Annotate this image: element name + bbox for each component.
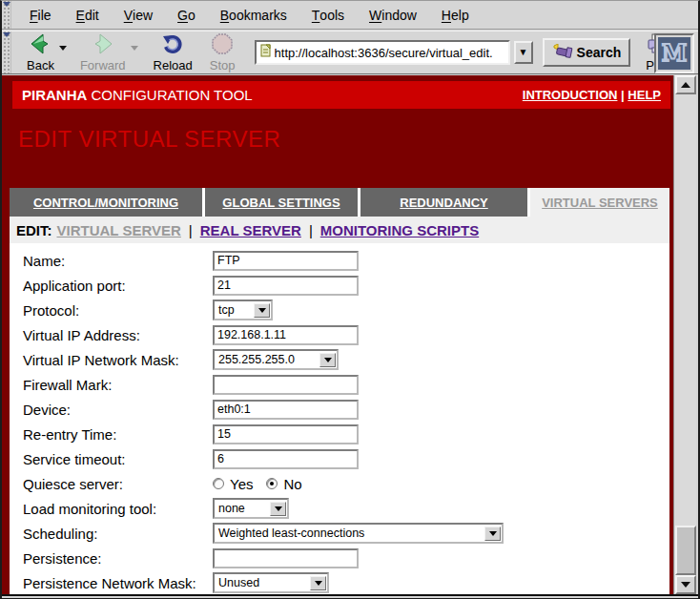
form-row-virtual-ip-network-mask: Virtual IP Network Mask:255.255.255.0: [23, 347, 669, 372]
form-row-firewall-mark: Firewall Mark:: [23, 372, 669, 397]
url-input[interactable]: [273, 43, 508, 62]
form-row-service-timeout: Service timeout:: [23, 446, 669, 471]
menu-edit[interactable]: Edit: [64, 1, 112, 29]
reload-button[interactable]: Reload: [150, 31, 196, 73]
form-row-quiesce-server: Quiesce server:YesNo: [23, 471, 669, 496]
field-label-protocol: Protocol:: [23, 302, 213, 319]
select-dropdown-icon[interactable]: [310, 576, 326, 590]
form-row-persistence-network-mask: Persistence Network Mask:Unused: [23, 570, 669, 594]
protocol-selected-value: tcp: [215, 303, 254, 317]
search-flashlight-icon: [552, 44, 573, 62]
tab-global-settings[interactable]: GLOBAL SETTINGS: [205, 188, 358, 217]
toolbar-grippy[interactable]: [2, 31, 11, 73]
search-button[interactable]: Search: [543, 38, 631, 67]
url-history-dropdown[interactable]: ▼: [514, 41, 533, 64]
forward-dropdown-arrow[interactable]: [131, 46, 138, 51]
menu-window[interactable]: Window: [357, 1, 429, 29]
menu-bar: FileEditViewGoBookmarksToolsWindowHelp: [2, 1, 698, 30]
menu-bookmarks[interactable]: Bookmarks: [208, 1, 299, 29]
form-row-application-port: Application port:: [23, 273, 669, 298]
name-input[interactable]: [213, 251, 359, 271]
tab-redundancy[interactable]: REDUNDANCY: [360, 188, 527, 217]
menu-bar-items: FileEditViewGoBookmarksToolsWindowHelp: [17, 1, 482, 29]
forward-button[interactable]: Forward: [76, 31, 130, 73]
select-dropdown-icon[interactable]: [254, 303, 270, 318]
site-brand: PIRANHA CONFIGURATION TOOL: [22, 87, 253, 103]
scroll-down-button[interactable]: [675, 575, 696, 594]
form-row-protocol: Protocol:tcp: [23, 298, 669, 322]
persistence-network-mask-select[interactable]: Unused: [213, 572, 329, 593]
scheduling-select[interactable]: Weighted least-connections: [213, 523, 504, 544]
navigation-toolbar: Back Forward Reload: [2, 31, 698, 74]
menu-go[interactable]: Go: [165, 1, 208, 29]
introduction-link[interactable]: INTRODUCTION: [523, 88, 618, 102]
menu-help[interactable]: Help: [429, 1, 482, 29]
form-row-device: Device:: [23, 397, 669, 422]
virtual-ip-network-mask-selected-value: 255.255.255.0: [215, 353, 319, 366]
subnav-current-virtual-server: VIRTUAL SERVER: [57, 222, 181, 238]
help-link[interactable]: HELP: [628, 88, 661, 102]
device-input[interactable]: [213, 400, 359, 420]
load-monitoring-tool-select[interactable]: none: [213, 498, 289, 519]
url-bar: [255, 40, 510, 65]
subnav-link-real-server[interactable]: REAL SERVER: [200, 222, 301, 238]
back-dropdown-arrow[interactable]: [59, 46, 67, 51]
scroll-down-icon: [681, 582, 690, 588]
tab-control-monitoring[interactable]: CONTROL/MONITORING: [10, 188, 202, 217]
browser-window: FileEditViewGoBookmarksToolsWindowHelp B…: [0, 0, 700, 599]
persistence-input[interactable]: [213, 548, 359, 568]
page-title: EDIT VIRTUAL SERVER: [18, 126, 280, 153]
application-port-input[interactable]: [213, 276, 359, 296]
scrollbar-thumb[interactable]: [675, 526, 696, 575]
protocol-select[interactable]: tcp: [213, 300, 273, 320]
virtual-ip-network-mask-select[interactable]: 255.255.255.0: [213, 349, 339, 370]
form-row-scheduling: Scheduling:Weighted least-connections: [23, 521, 669, 546]
form-row-virtual-ip-address: Virtual IP Address:: [23, 322, 669, 347]
content-card: CONTROL/MONITORINGGLOBAL SETTINGSREDUNDA…: [10, 188, 669, 594]
toolbar-grippy[interactable]: [2, 1, 11, 29]
re-entry-time-input[interactable]: [213, 424, 359, 444]
field-label-load-monitoring-tool: Load monitoring tool:: [23, 501, 213, 517]
field-label-service-timeout: Service timeout:: [23, 451, 213, 467]
tab-strip: CONTROL/MONITORINGGLOBAL SETTINGSREDUNDA…: [10, 188, 669, 217]
menu-view[interactable]: View: [112, 1, 165, 29]
back-icon: [29, 33, 51, 57]
field-label-persistence: Persistence:: [23, 550, 213, 567]
quiesce-server-radio-group: YesNo: [213, 476, 310, 492]
virtual-server-form: Name:Application port:Protocol:tcpVirtua…: [10, 243, 669, 594]
field-label-re-entry-time: Re-entry Time:: [23, 426, 213, 443]
edit-subnav: EDIT: VIRTUAL SERVER | REAL SERVER | MON…: [10, 217, 669, 243]
scheduling-selected-value: Weighted least-connections: [215, 527, 484, 540]
quiesce-server-radio-yes[interactable]: [213, 478, 224, 489]
reload-icon: [161, 33, 184, 57]
subnav-link-monitoring-scripts[interactable]: MONITORING SCRIPTS: [320, 222, 479, 238]
form-row-load-monitoring-tool: Load monitoring tool:none: [23, 496, 669, 521]
tab-virtual-servers[interactable]: VIRTUAL SERVERS: [530, 188, 669, 217]
field-label-application-port: Application port:: [23, 278, 213, 294]
firewall-mark-input[interactable]: [213, 375, 359, 395]
mozilla-logo-throbber[interactable]: M: [654, 33, 694, 73]
back-button[interactable]: Back: [23, 31, 58, 73]
load-monitoring-tool-selected-value: none: [215, 502, 270, 515]
mozilla-m-icon: M: [658, 37, 690, 70]
bookmark-page-icon[interactable]: [259, 44, 273, 61]
select-dropdown-icon[interactable]: [319, 353, 336, 367]
stop-button[interactable]: Stop: [206, 31, 239, 73]
edit-prefix: EDIT:: [16, 222, 52, 238]
virtual-ip-address-input[interactable]: [213, 325, 359, 345]
form-row-re-entry-time: Re-entry Time:: [23, 422, 669, 446]
form-row-persistence: Persistence:: [23, 546, 669, 570]
menu-tools[interactable]: Tools: [299, 1, 357, 29]
field-label-scheduling: Scheduling:: [23, 526, 213, 542]
vertical-scrollbar[interactable]: [673, 75, 696, 594]
service-timeout-input[interactable]: [213, 449, 359, 469]
quiesce-server-radio-no[interactable]: [266, 478, 278, 489]
select-dropdown-icon[interactable]: [484, 527, 501, 541]
forward-icon: [92, 33, 114, 57]
radio-label-no: No: [283, 476, 301, 492]
field-label-name: Name:: [23, 253, 213, 269]
radio-label-yes: Yes: [230, 476, 253, 492]
scroll-up-button[interactable]: [675, 75, 696, 94]
menu-file[interactable]: File: [17, 1, 64, 29]
select-dropdown-icon[interactable]: [270, 502, 286, 516]
